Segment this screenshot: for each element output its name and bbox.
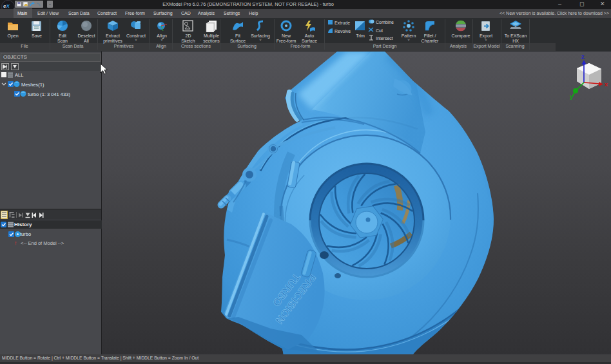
svg-text:x: x: [605, 81, 608, 88]
svg-text:y: y: [570, 93, 574, 100]
svg-text:z: z: [581, 53, 585, 60]
